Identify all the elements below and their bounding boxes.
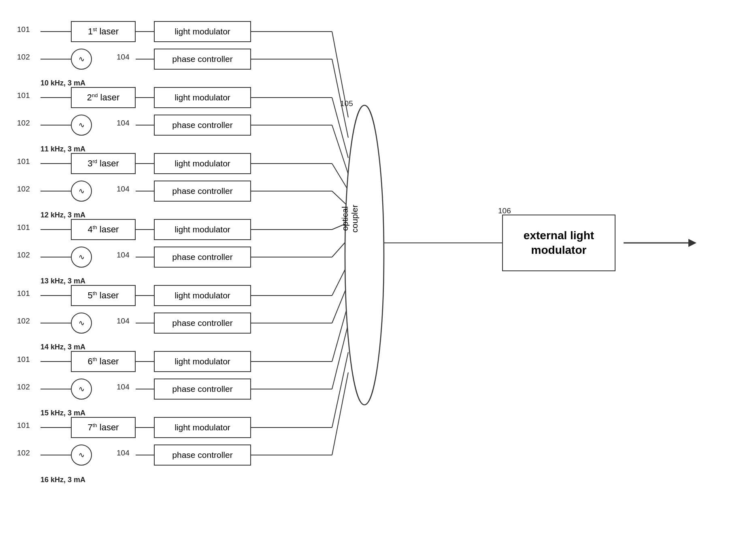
- osc-4: ∿: [71, 247, 92, 268]
- pc-7-box: phase controller: [154, 445, 251, 466]
- ref-102-row3: 102: [17, 185, 30, 194]
- ref-102-row4: 102: [17, 251, 30, 259]
- osc-6: ∿: [71, 379, 92, 400]
- osc-2: ∿: [71, 115, 92, 136]
- ref-104-row3: 104: [117, 185, 130, 194]
- ref-102-row1: 102: [17, 53, 30, 62]
- lm-1-box: light modulator: [154, 21, 251, 42]
- laser-1-box: 1st laser: [71, 21, 136, 42]
- ref-104-row2: 104: [117, 119, 130, 128]
- freq-row2: 10 kHz, 3 mA: [40, 79, 85, 87]
- lm-7-box: light modulator: [154, 417, 251, 438]
- ref-102-row6: 102: [17, 383, 30, 391]
- freq-row7: 15 kHz, 3 mA: [40, 409, 85, 417]
- ref-101-row6: 101: [17, 355, 30, 364]
- ref-101-row3: 101: [17, 157, 30, 166]
- osc-1: ∿: [71, 49, 92, 70]
- freq-row5: 13 kHz, 3 mA: [40, 277, 85, 285]
- elm-box: external light modulator: [502, 215, 615, 271]
- pc-1-box: phase controller: [154, 49, 251, 70]
- lm-4-box: light modulator: [154, 219, 251, 240]
- ref-104-row5: 104: [117, 317, 130, 325]
- ref-102-row5: 102: [17, 317, 30, 325]
- ref-101-row2: 101: [17, 91, 30, 100]
- lm-3-box: light modulator: [154, 153, 251, 174]
- laser-5-box: 5th laser: [71, 285, 136, 306]
- optical-coupler: [344, 101, 385, 410]
- laser-3-box: 3rd laser: [71, 153, 136, 174]
- lm-2-box: light modulator: [154, 87, 251, 108]
- laser-2-box: 2nd laser: [71, 87, 136, 108]
- lm-5-box: light modulator: [154, 285, 251, 306]
- ref-104-row6: 104: [117, 383, 130, 391]
- svg-point-59: [345, 105, 384, 405]
- ref-106: 106: [498, 206, 511, 215]
- ref-101-row5: 101: [17, 289, 30, 298]
- laser-4-box: 4th laser: [71, 219, 136, 240]
- laser-6-box: 6th laser: [71, 351, 136, 372]
- freq-row6: 14 kHz, 3 mA: [40, 343, 85, 351]
- diagram: 101 102 103 104 1st laser ∿ light modula…: [0, 0, 756, 553]
- ref-101-row1: 101: [17, 25, 30, 34]
- ref-104-row7: 104: [117, 449, 130, 457]
- osc-7: ∿: [71, 445, 92, 466]
- optical-coupler-label: optical coupler: [340, 194, 360, 243]
- ref-102-row2: 102: [17, 119, 30, 128]
- pc-4-box: phase controller: [154, 247, 251, 268]
- pc-2-box: phase controller: [154, 115, 251, 136]
- pc-6-box: phase controller: [154, 379, 251, 400]
- lm-6-box: light modulator: [154, 351, 251, 372]
- pc-3-box: phase controller: [154, 181, 251, 202]
- freq-row3: 11 kHz, 3 mA: [40, 145, 85, 153]
- osc-3: ∿: [71, 181, 92, 202]
- svg-marker-58: [688, 239, 696, 247]
- osc-5: ∿: [71, 313, 92, 334]
- pc-5-box: phase controller: [154, 313, 251, 334]
- freq-last: 16 kHz, 3 mA: [40, 476, 85, 484]
- ref-101-row7: 101: [17, 421, 30, 430]
- freq-row4: 12 kHz, 3 mA: [40, 211, 85, 219]
- ref-102-row7: 102: [17, 449, 30, 457]
- ref-104-row4: 104: [117, 251, 130, 259]
- laser-7-box: 7th laser: [71, 417, 136, 438]
- ref-104-row1: 104: [117, 53, 130, 62]
- ref-101-row4: 101: [17, 223, 30, 232]
